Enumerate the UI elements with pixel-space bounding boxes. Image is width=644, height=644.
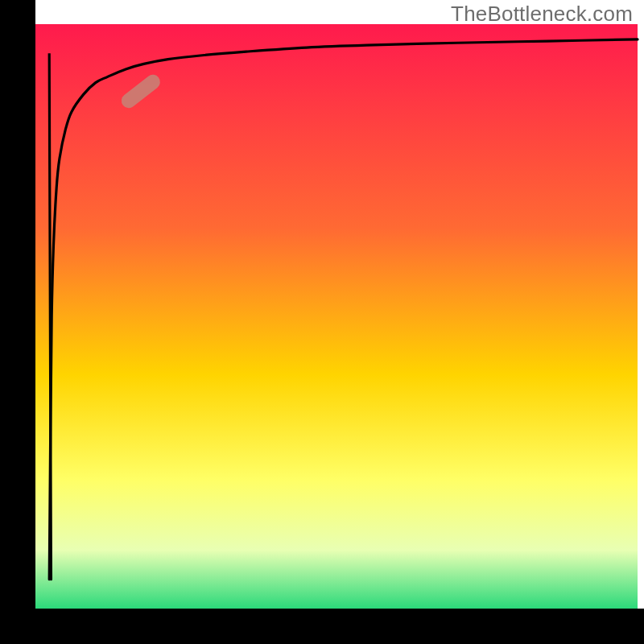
x-axis-bar [0, 609, 644, 644]
chart-container: TheBottleneck.com [0, 0, 644, 644]
bottleneck-chart [0, 0, 644, 644]
y-axis-bar [0, 0, 35, 644]
watermark-text: TheBottleneck.com [451, 2, 633, 27]
gradient-background [35, 24, 638, 609]
